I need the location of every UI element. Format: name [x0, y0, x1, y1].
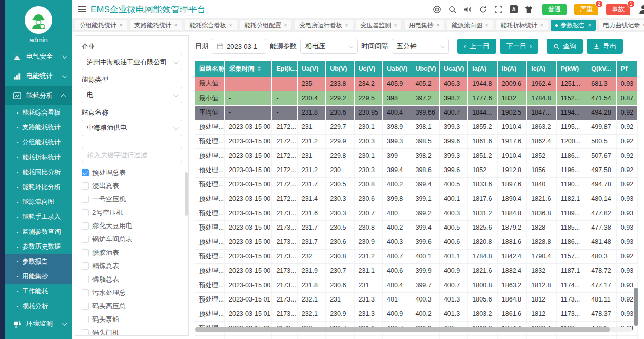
sidebar-group-能耗分析[interactable]: 能耗分析: [5, 86, 72, 105]
sidebar-item-能耗环比分析[interactable]: ·能耗环比分析: [5, 180, 72, 195]
sidebar-item-监测参数查询[interactable]: ·监测参数查询: [5, 224, 72, 239]
checkbox-icon[interactable]: [82, 303, 89, 310]
search-icon[interactable]: [448, 5, 457, 14]
alarm-badge[interactable]: 事故1: [606, 4, 630, 15]
checkbox-icon[interactable]: [82, 262, 89, 270]
table-row[interactable]: 预处理...2023-03-15 01...2173...231.8230.72…: [195, 335, 638, 339]
sidebar-item-能耗综合看板[interactable]: ·能耗综合看板: [5, 105, 72, 120]
column-header-采集时间[interactable]: 采集时间: [225, 61, 272, 77]
tab-支路能耗统计[interactable]: 支路能耗统计×: [130, 20, 182, 31]
export-button[interactable]: 导出: [587, 39, 623, 54]
circuit-item-一号空压机[interactable]: 一号空压机: [82, 193, 182, 206]
tab-变电所运行看板[interactable]: 变电所运行看板×: [295, 20, 353, 31]
keyword-filter-input[interactable]: [82, 147, 182, 162]
checkbox-icon[interactable]: [82, 169, 89, 176]
vertical-scrollbar-thumb[interactable]: [634, 288, 638, 326]
date-picker[interactable]: 2023-03-1: [212, 39, 266, 54]
volume-icon[interactable]: [463, 5, 472, 14]
checkbox-icon[interactable]: [82, 329, 89, 335]
table-row[interactable]: 预处理...2023-03-15 01...2173...232.1231231…: [195, 292, 638, 307]
circuit-item-锅炉车间总表[interactable]: 锅炉车间总表: [82, 233, 182, 246]
sidebar-group-故障报警[interactable]: 故障报警: [5, 333, 72, 339]
tab-参数报告[interactable]: 参数报告×: [551, 20, 596, 31]
menu-toggle-icon[interactable]: [78, 6, 86, 12]
circuit-item-膨化大豆用电[interactable]: 膨化大豆用电: [82, 219, 182, 233]
sidebar-group-电气安全[interactable]: 电气安全: [5, 47, 72, 66]
column-header-Ub(V)[interactable]: Ub(V): [326, 61, 354, 77]
sidebar-item-分组能耗统计[interactable]: ·分组能耗统计: [5, 135, 72, 150]
column-header-Uab(V)[interactable]: Uab(V): [383, 61, 411, 77]
checkbox-icon[interactable]: [82, 249, 89, 256]
column-header-Ua(V)[interactable]: Ua(V): [297, 61, 325, 77]
tab-电力曲线记录[interactable]: 电力曲线记录×: [598, 20, 644, 31]
column-header-Q(kV...[interactable]: Q(kV...: [587, 61, 617, 77]
next-day-button[interactable]: 下一日›: [500, 39, 539, 54]
tab-close-icon[interactable]: ×: [284, 22, 287, 29]
column-header-Epi(k...[interactable]: Epi(k...: [272, 61, 297, 77]
sidebar-item-参数报告[interactable]: ·参数报告: [5, 254, 72, 269]
tab-close-icon[interactable]: ×: [540, 22, 543, 29]
sidebar-item-能耗同比分析[interactable]: ·能耗同比分析: [5, 165, 72, 180]
tab-close-icon[interactable]: ×: [436, 22, 440, 29]
energy-type-select[interactable]: 电: [82, 87, 182, 103]
tab-能耗综合看板[interactable]: 能耗综合看板×: [185, 20, 237, 31]
checkbox-icon[interactable]: [82, 316, 89, 323]
table-row[interactable]: 预处理...2023-03-15 00...2173...231.7230.62…: [195, 235, 638, 249]
column-header-Ic(A)[interactable]: Ic(A): [527, 61, 557, 77]
tab-close-icon[interactable]: ×: [485, 22, 489, 29]
prev-day-button[interactable]: ‹上一日: [457, 39, 496, 54]
sidebar-item-支路能耗统计[interactable]: ·支路能耗统计: [5, 120, 72, 135]
circuit-item-2号空压机[interactable]: 2号空压机: [82, 206, 182, 219]
sidebar-item-工作能耗[interactable]: ·工作能耗: [5, 284, 72, 299]
horizontal-scrollbar-thumb[interactable]: [195, 327, 610, 332]
sidebar-item-用能集抄[interactable]: ·用能集抄: [5, 269, 72, 284]
circuit-item-脱胶油表[interactable]: 脱胶油表: [82, 246, 182, 259]
circuit-item-磷脂总表[interactable]: 磷脂总表: [82, 273, 182, 286]
checkbox-icon[interactable]: [82, 289, 89, 296]
sidebar-item-能源流向图[interactable]: ·能源流向图: [5, 195, 72, 210]
tab-close-icon[interactable]: ×: [229, 22, 232, 29]
column-header-Pf[interactable]: Pf: [616, 61, 637, 77]
column-header-回路名称[interactable]: 回路名称: [195, 61, 225, 77]
column-header-Ia(A)[interactable]: Ia(A): [468, 61, 498, 77]
circuit-item-码头泵船[interactable]: 码头泵船: [82, 313, 182, 326]
theme-icon[interactable]: [524, 5, 533, 14]
circuit-item-精炼总表[interactable]: 精炼总表: [82, 259, 182, 273]
circuit-list-scrollbar[interactable]: [185, 172, 188, 216]
column-header-Ubc(V)[interactable]: Ubc(V): [411, 61, 439, 77]
font-size-icon[interactable]: A: [510, 5, 518, 13]
user-icon[interactable]: [638, 4, 644, 14]
avatar[interactable]: [25, 6, 52, 34]
circuit-item-码头高压总[interactable]: 码头高压总: [82, 299, 182, 313]
checkbox-icon[interactable]: [82, 196, 89, 203]
circuit-item-污水处理总[interactable]: 污水处理总: [82, 286, 182, 299]
tab-能源流向图[interactable]: 能源流向图×: [447, 20, 493, 31]
sidebar-item-参数历史数据[interactable]: ·参数历史数据: [5, 239, 72, 254]
table-row[interactable]: 预处理...2023-03-15 00...2172...231.7230.52…: [195, 177, 638, 192]
alarm-badge[interactable]: 严重2: [574, 4, 598, 15]
tab-close-icon[interactable]: ×: [119, 22, 123, 29]
checkbox-icon[interactable]: [82, 276, 89, 283]
company-select[interactable]: 泸州中海粮油工业有限公司: [82, 54, 182, 70]
sidebar-item-能耗折标统计[interactable]: ·能耗折标统计: [5, 150, 72, 165]
checkbox-icon[interactable]: [82, 236, 89, 243]
tab-用电集抄[interactable]: 用电集抄×: [404, 20, 444, 31]
sidebar-group-环境监测[interactable]: 环境监测: [5, 314, 72, 333]
column-header-Uc(V)[interactable]: Uc(V): [354, 61, 382, 77]
column-header-P(kW)[interactable]: P(kW): [556, 61, 587, 77]
table-row[interactable]: 预处理...2023-03-15 00...2173...231.6230.32…: [195, 206, 638, 220]
tab-close-icon[interactable]: ×: [394, 22, 397, 29]
tab-close-icon[interactable]: ×: [588, 22, 591, 29]
circuit-item-预处理总表[interactable]: 预处理总表: [82, 166, 182, 179]
tab-能耗分组配置[interactable]: 能耗分组配置×: [240, 20, 292, 31]
tab-close-icon[interactable]: ×: [345, 22, 348, 29]
station-select[interactable]: 中海粮油供电: [82, 120, 182, 136]
table-row[interactable]: 预处理...2023-03-15 00...2172...231.2229.92…: [195, 134, 638, 148]
alarm-badge[interactable]: 普通: [542, 4, 567, 15]
query-button[interactable]: 查询: [547, 39, 583, 54]
tab-能耗折标统计[interactable]: 能耗折标统计×: [496, 20, 548, 31]
sidebar-group-电能统计[interactable]: 电能统计: [5, 66, 72, 86]
table-row[interactable]: 预处理...2023-03-15 00...2173...231.9230.72…: [195, 263, 638, 278]
sidebar-item-能耗手工录入[interactable]: ·能耗手工录入: [5, 210, 72, 224]
circuit-item-浸出总表[interactable]: 浸出总表: [82, 179, 182, 193]
